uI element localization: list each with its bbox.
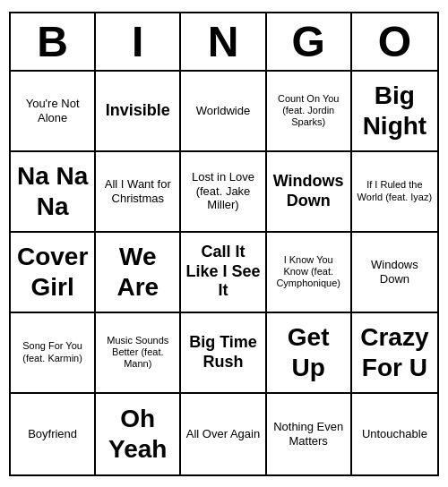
bingo-cell-8: Windows Down xyxy=(267,152,352,233)
bingo-cell-12: Call It Like I See It xyxy=(181,233,266,313)
cell-text-18: Get Up xyxy=(271,322,347,382)
bingo-cell-10: Cover Girl xyxy=(11,233,96,313)
cell-text-17: Big Time Rush xyxy=(185,333,261,372)
bingo-card: BINGO You're Not AloneInvisibleWorldwide… xyxy=(9,12,439,476)
bingo-cell-18: Get Up xyxy=(267,313,352,394)
bingo-cell-1: Invisible xyxy=(96,72,181,152)
cell-text-4: Big Night xyxy=(356,81,434,141)
cell-text-23: Nothing Even Matters xyxy=(271,420,347,448)
cell-text-13: I Know You Know (feat. Cymphonique) xyxy=(271,254,347,290)
bingo-cell-4: Big Night xyxy=(352,72,437,152)
bingo-cell-11: We Are xyxy=(96,233,181,313)
header-letter-n: N xyxy=(181,13,266,70)
cell-text-15: Song For You (feat. Karmin) xyxy=(14,340,90,363)
cell-text-3: Count On You (feat. Jordin Sparks) xyxy=(271,93,347,129)
header-letter-g: G xyxy=(267,13,352,70)
bingo-cell-0: You're Not Alone xyxy=(11,72,96,152)
bingo-cell-16: Music Sounds Better (feat. Mann) xyxy=(96,313,181,394)
bingo-cell-2: Worldwide xyxy=(181,72,266,152)
bingo-cell-3: Count On You (feat. Jordin Sparks) xyxy=(267,72,352,152)
cell-text-20: Boyfriend xyxy=(28,427,77,441)
bingo-header: BINGO xyxy=(11,13,437,72)
cell-text-16: Music Sounds Better (feat. Mann) xyxy=(99,335,176,371)
bingo-cell-7: Lost in Love (feat. Jake Miller) xyxy=(181,152,266,233)
cell-text-21: Oh Yeah xyxy=(99,404,176,464)
bingo-grid: You're Not AloneInvisibleWorldwideCount … xyxy=(11,72,437,474)
cell-text-6: All I Want for Christmas xyxy=(99,177,176,205)
bingo-cell-19: Crazy For U xyxy=(352,313,437,394)
cell-text-9: If I Ruled the World (feat. Iyaz) xyxy=(356,179,434,202)
bingo-cell-6: All I Want for Christmas xyxy=(96,152,181,233)
bingo-cell-21: Oh Yeah xyxy=(96,394,181,474)
cell-text-12: Call It Like I See It xyxy=(185,243,261,301)
cell-text-10: Cover Girl xyxy=(14,242,90,302)
header-letter-b: B xyxy=(11,13,96,70)
cell-text-14: Windows Down xyxy=(356,258,434,286)
cell-text-8: Windows Down xyxy=(271,172,347,210)
bingo-cell-5: Na Na Na xyxy=(11,152,96,233)
bingo-cell-17: Big Time Rush xyxy=(181,313,266,394)
bingo-cell-24: Untouchable xyxy=(352,394,437,474)
bingo-cell-15: Song For You (feat. Karmin) xyxy=(11,313,96,394)
bingo-cell-14: Windows Down xyxy=(352,233,437,313)
cell-text-5: Na Na Na xyxy=(14,161,90,221)
bingo-cell-23: Nothing Even Matters xyxy=(267,394,352,474)
cell-text-19: Crazy For U xyxy=(356,322,434,382)
bingo-cell-13: I Know You Know (feat. Cymphonique) xyxy=(267,233,352,313)
bingo-cell-9: If I Ruled the World (feat. Iyaz) xyxy=(352,152,437,233)
header-letter-o: O xyxy=(352,13,437,70)
cell-text-24: Untouchable xyxy=(362,427,427,441)
cell-text-22: All Over Again xyxy=(186,427,260,441)
bingo-cell-22: All Over Again xyxy=(181,394,266,474)
cell-text-7: Lost in Love (feat. Jake Miller) xyxy=(185,170,261,212)
header-letter-i: I xyxy=(96,13,181,70)
cell-text-1: Invisible xyxy=(106,101,170,121)
bingo-cell-20: Boyfriend xyxy=(11,394,96,474)
cell-text-2: Worldwide xyxy=(196,104,250,118)
cell-text-0: You're Not Alone xyxy=(14,97,90,124)
cell-text-11: We Are xyxy=(99,242,176,302)
